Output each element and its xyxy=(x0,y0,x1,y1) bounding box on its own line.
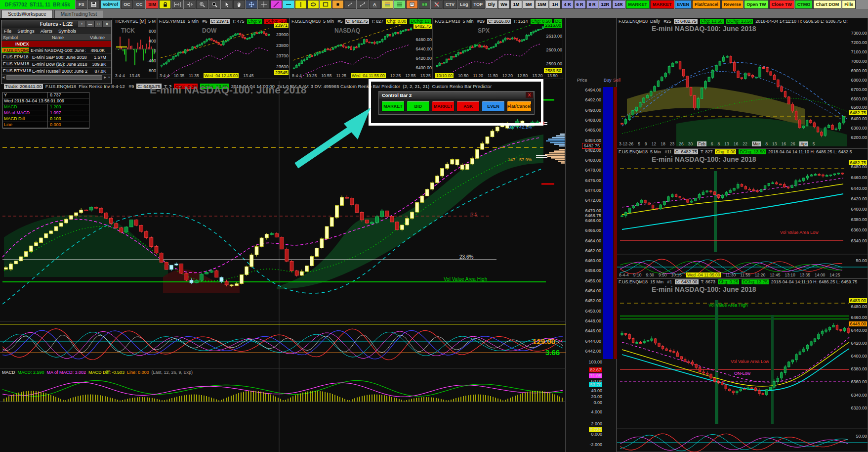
price-level[interactable]: 6444.00 xyxy=(585,339,601,344)
weekly-timeframe-button[interactable]: We xyxy=(498,0,510,9)
settings-tools-button[interactable] xyxy=(431,0,443,9)
chart-plot[interactable] xyxy=(617,25,868,154)
sell-depth-column[interactable] xyxy=(614,87,617,359)
text-tool-button[interactable]: A xyxy=(369,0,381,9)
price-level[interactable]: 6452.00 xyxy=(585,298,601,303)
close-icon[interactable]: X xyxy=(526,92,533,98)
fills-button[interactable]: Fills xyxy=(842,0,856,9)
chart-dom-button[interactable]: Chart DOM xyxy=(813,0,841,9)
buy-market-button[interactable]: MARKET xyxy=(626,0,650,9)
price-level[interactable]: 6456.00 xyxy=(585,278,601,283)
daily-chart-panel[interactable]: F.US.ENQM18 Daily #25C: 6482.75Chg: 13.5… xyxy=(617,18,868,148)
symbol-cell[interactable]: F.US.YMM18 xyxy=(1,61,31,67)
price-level[interactable]: 6442.00 xyxy=(585,349,601,354)
buy-depth-column[interactable] xyxy=(603,87,613,359)
fivemin-chart-panel[interactable]: F.US.ENQM18 5 Min #11C: 6482.75T: 827Chg… xyxy=(617,148,868,278)
price-level[interactable]: 6488.00 xyxy=(585,118,601,123)
price-level[interactable]: 6472.00 xyxy=(585,198,601,203)
levels-tool-button[interactable] xyxy=(394,0,406,9)
top-button[interactable]: TOP xyxy=(471,0,485,9)
ellipse-tool-button[interactable] xyxy=(307,0,319,9)
marker-tool-button[interactable] xyxy=(332,0,344,9)
trendline-tool-button[interactable] xyxy=(270,0,282,9)
price-level[interactable]: 6464.00 xyxy=(585,238,601,243)
symbol-column-header[interactable]: Symbol xyxy=(1,35,31,40)
ray-tool-button[interactable] xyxy=(344,0,356,9)
renko-8-button[interactable]: 8 R xyxy=(586,0,598,9)
price-level[interactable]: 6494.00 xyxy=(585,88,601,92)
volprof-button[interactable]: VolProf xyxy=(100,0,121,9)
save-icon-button[interactable] xyxy=(88,0,100,9)
even-button[interactable]: EVEN xyxy=(675,0,692,9)
minimize-icon[interactable]: — xyxy=(86,21,94,28)
cb-sell-market-button[interactable]: MARKET xyxy=(432,101,455,112)
price-level[interactable]: 6466.00 xyxy=(585,228,601,233)
fifteenmin-chart-panel[interactable]: F.US.ENQM18 15 Min #1C: 6483.00T: 8673Ch… xyxy=(617,278,868,452)
oc-button[interactable]: OC xyxy=(121,0,133,9)
price-level[interactable]: 6474.00 xyxy=(585,188,601,193)
quote-row[interactable]: F.US.ENQM18E-mini NASDAQ-100: June 20184… xyxy=(1,47,111,54)
5min-timeframe-button[interactable]: 5M xyxy=(523,0,535,9)
futures-window-titlebar[interactable]: Futures - L:22 ↕ — □ X xyxy=(1,20,111,28)
ctv-button[interactable]: CTV xyxy=(443,0,457,9)
price-level[interactable]: 6486.00 xyxy=(585,128,601,133)
control-bar-2-window[interactable]: Control Bar 2 X MARKETBIDMARKETASKEVENFl… xyxy=(378,91,535,115)
menu-item-alerts[interactable]: Alerts xyxy=(41,28,52,34)
volume-column-header[interactable]: Volume xyxy=(85,35,105,40)
price-level[interactable]: 6470.00 xyxy=(585,208,601,213)
price-level[interactable]: 6476.00 xyxy=(585,178,601,183)
cb-bid-button[interactable]: BID xyxy=(407,101,430,112)
renko-14-button[interactable]: 14R xyxy=(612,0,625,9)
price-level[interactable]: 6468.75 xyxy=(585,213,601,218)
price-level[interactable]: 6460.00 xyxy=(585,258,601,263)
hand-tool-button[interactable] xyxy=(233,0,245,9)
rectangle-tool-button[interactable] xyxy=(320,0,331,9)
price-level[interactable]: 6448.00 xyxy=(585,318,601,323)
symbol-cell[interactable]: F.US.RTYM18 xyxy=(1,68,31,74)
tab-scotts-workspace[interactable]: ScottsWorkspace xyxy=(1,10,53,18)
name-column-header[interactable]: Name xyxy=(31,35,85,40)
zoom-button[interactable] xyxy=(208,0,220,9)
cc-button[interactable]: CC xyxy=(133,0,145,9)
1min-timeframe-button[interactable]: 1M xyxy=(510,0,522,9)
scroll-left-icon[interactable]: ◄ xyxy=(1,75,5,80)
account-money-button[interactable]: $ xyxy=(418,0,430,9)
quote-row[interactable]: F.US.YMM18E-mini Dow ($5): June 2018309.… xyxy=(1,61,111,68)
price-level[interactable]: 6462.00 xyxy=(585,248,601,253)
scroll-more-icon[interactable]: » xyxy=(108,75,110,80)
cb-flat-cancel-button[interactable]: Flat/Cancel xyxy=(507,101,532,112)
menu-item-file[interactable]: File xyxy=(4,28,11,34)
chart-plot[interactable] xyxy=(617,285,868,452)
scroll-right-icon[interactable]: ► xyxy=(103,75,107,80)
reverse-button[interactable]: Reverse xyxy=(721,0,744,9)
futures-quote-window[interactable]: Futures - L:22 ↕ — □ X FileSettingsAlert… xyxy=(1,20,112,84)
open-tw-button[interactable]: Open TW xyxy=(744,0,769,9)
control-bar-2-titlebar[interactable]: Control Bar 2 X xyxy=(379,91,534,99)
cb-even-button[interactable]: EVEN xyxy=(482,101,505,112)
zoom-in-button[interactable] xyxy=(196,0,208,9)
scrollbar-thumb[interactable] xyxy=(6,75,102,80)
maximize-icon[interactable]: □ xyxy=(94,21,103,28)
vertical-line-tool-button[interactable] xyxy=(295,0,307,9)
sim-button[interactable]: SIM xyxy=(146,0,159,9)
menu-item-settings[interactable]: Settings xyxy=(17,28,34,34)
futures-horizontal-scrollbar[interactable]: ◄ ► » xyxy=(1,75,111,80)
renko-4-button[interactable]: 4 R xyxy=(561,0,573,9)
quote-row[interactable]: F.US.RTYM18E-mini Russell 2000: June 201… xyxy=(1,68,111,75)
close-tw-button[interactable]: Close TW xyxy=(769,0,794,9)
price-level[interactable]: 6450.00 xyxy=(585,309,601,314)
15min-timeframe-button[interactable]: 15M xyxy=(535,0,549,9)
lock-button[interactable] xyxy=(159,0,171,9)
move-tool-button[interactable] xyxy=(246,0,257,9)
price-level[interactable]: 6490.00 xyxy=(585,108,601,113)
fib-retracement-tool-button[interactable] xyxy=(381,0,393,9)
chart-plot[interactable] xyxy=(617,155,868,284)
pin-icon[interactable]: ↕ xyxy=(78,21,86,28)
symbol-cell[interactable]: F.US.ENQM18 xyxy=(1,47,29,53)
flat-cancel-button[interactable]: Flat/Cancel xyxy=(692,0,721,9)
sell-market-button[interactable]: MARKET xyxy=(650,0,674,9)
price-level[interactable]: 6482.00 xyxy=(585,148,601,153)
cb-ask-button[interactable]: ASK xyxy=(456,101,480,112)
price-level[interactable]: 6468.00 xyxy=(585,218,601,223)
price-level[interactable]: 6458.00 xyxy=(585,268,601,273)
